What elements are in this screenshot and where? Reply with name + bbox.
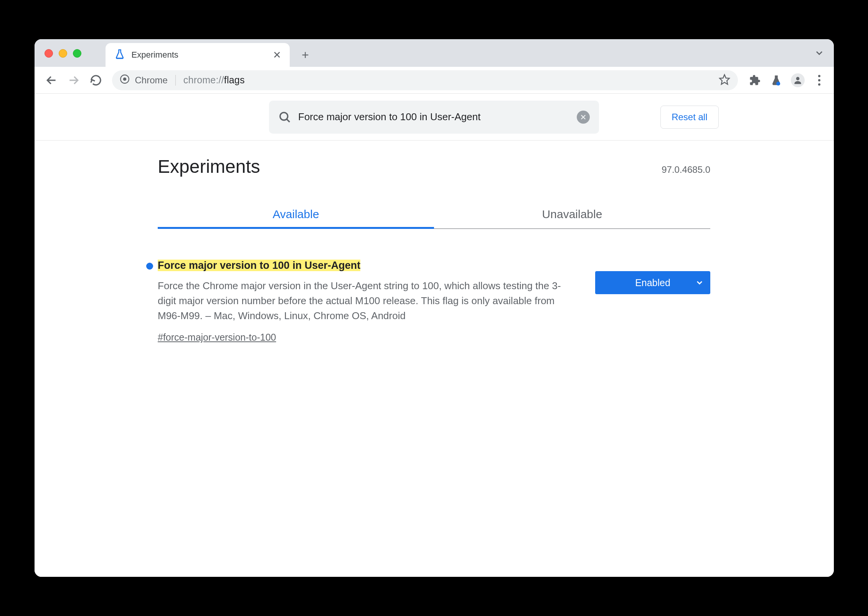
tab-title: Experiments xyxy=(132,50,267,60)
flag-state-select[interactable]: Enabled xyxy=(595,271,710,294)
page-title: Experiments xyxy=(158,156,260,177)
flags-search-input[interactable] xyxy=(298,111,570,123)
flag-modified-indicator-icon xyxy=(146,263,153,270)
new-tab-button[interactable]: + xyxy=(297,46,314,64)
tab-close-icon[interactable]: ✕ xyxy=(273,50,281,60)
flag-state-value: Enabled xyxy=(635,277,670,288)
bookmark-star-icon[interactable] xyxy=(719,74,730,87)
reset-all-button[interactable]: Reset all xyxy=(660,106,718,129)
flag-body: Force major version to 100 in User-Agent… xyxy=(158,260,580,343)
flags-search-box xyxy=(269,101,599,134)
profile-avatar[interactable] xyxy=(791,73,805,87)
svg-point-7 xyxy=(280,112,288,120)
browser-window: Experiments ✕ + Chrome chrome://flags xyxy=(35,39,834,577)
svg-line-8 xyxy=(287,119,289,122)
titlebar: Experiments ✕ + xyxy=(35,39,834,67)
window-maximize-button[interactable] xyxy=(73,49,81,58)
window-close-button[interactable] xyxy=(45,49,53,58)
flags-tabs: Available Unavailable xyxy=(158,200,710,229)
address-bar[interactable]: Chrome chrome://flags xyxy=(112,70,738,90)
svg-point-6 xyxy=(796,77,799,80)
search-icon xyxy=(278,111,291,124)
tab-unavailable[interactable]: Unavailable xyxy=(434,200,710,229)
toolbar-actions xyxy=(748,73,826,87)
tab-list-chevron-icon[interactable] xyxy=(814,48,825,60)
flag-title: Force major version to 100 in User-Agent xyxy=(158,260,360,271)
address-separator xyxy=(175,75,176,86)
page-content: Reset all Experiments 97.0.4685.0 Availa… xyxy=(35,94,834,577)
browser-tab[interactable]: Experiments ✕ xyxy=(106,43,290,67)
forward-button[interactable] xyxy=(64,71,83,89)
svg-point-5 xyxy=(776,81,780,85)
window-minimize-button[interactable] xyxy=(59,49,67,58)
chevron-down-icon xyxy=(695,278,704,287)
toolbar: Chrome chrome://flags xyxy=(35,67,834,94)
address-chip-label: Chrome xyxy=(135,75,168,86)
svg-marker-4 xyxy=(719,75,729,84)
chrome-chip-icon xyxy=(120,74,130,86)
chrome-version: 97.0.4685.0 xyxy=(662,164,710,175)
flag-anchor-link[interactable]: #force-major-version-to-100 xyxy=(158,332,276,343)
back-button[interactable] xyxy=(42,71,61,89)
flag-item: Force major version to 100 in User-Agent… xyxy=(158,260,710,343)
tab-available[interactable]: Available xyxy=(158,200,434,229)
extensions-icon[interactable] xyxy=(748,73,762,87)
flags-search-row: Reset all xyxy=(35,94,834,141)
clear-search-icon[interactable] xyxy=(577,111,590,124)
flags-content: Experiments 97.0.4685.0 Available Unavai… xyxy=(158,141,710,343)
window-controls xyxy=(45,49,81,58)
flask-icon xyxy=(114,48,125,61)
svg-point-3 xyxy=(123,77,126,81)
labs-flask-icon[interactable] xyxy=(769,73,783,87)
address-url: chrome://flags xyxy=(183,75,245,86)
overflow-menu-icon[interactable] xyxy=(812,75,826,86)
heading-row: Experiments 97.0.4685.0 xyxy=(158,156,710,177)
reload-button[interactable] xyxy=(87,71,105,89)
flag-description: Force the Chrome major version in the Us… xyxy=(158,278,572,323)
